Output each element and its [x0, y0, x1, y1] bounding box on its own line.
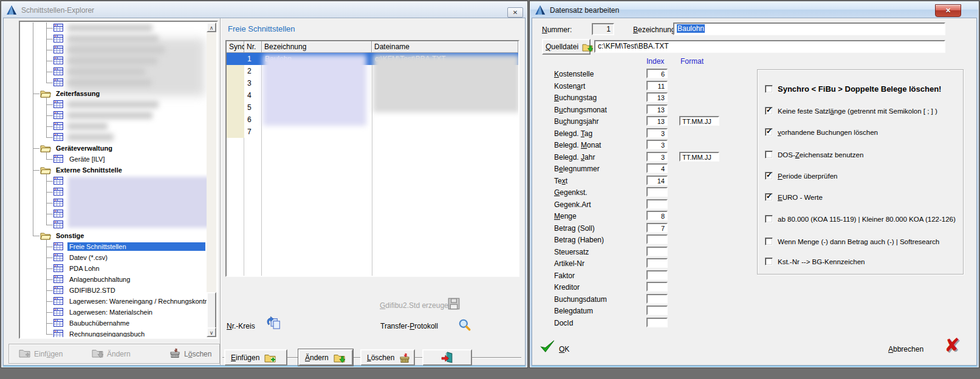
einfuegen-button[interactable]: Einfügen [224, 349, 287, 366]
checkbox-periode-ueberpruefen[interactable]: Periode überprüfen [765, 172, 837, 180]
tree-item-redacted[interactable] [21, 55, 207, 66]
index-input[interactable] [646, 306, 668, 315]
checkbox-keine-feste-satzlaenge[interactable]: Keine feste Satzlänge (getrennt mit Semi… [765, 107, 937, 115]
table-row[interactable]: 7 [227, 126, 518, 138]
tree-item-gdifibu2-std[interactable]: GDIFIBU2.STD [21, 285, 207, 296]
loeschen-button[interactable]: Löschen [360, 349, 415, 366]
format-input[interactable]: TT.MM.JJ [679, 152, 719, 162]
checkbox-ab-80000-koa[interactable]: ab 80.000 (KOA 115-119) | Kleiner 80.000… [765, 215, 956, 223]
index-input[interactable] [646, 318, 668, 327]
einfuegen-button[interactable]: Einfügen [19, 348, 63, 360]
checkbox-icon[interactable] [765, 172, 773, 180]
tree-item-freie-schnittstellen[interactable]: Freie Schnittstellen [21, 241, 207, 252]
column-header-sync[interactable]: Sync [227, 41, 244, 53]
nr-kreis-copy-icon[interactable] [266, 316, 281, 330]
quelldatei-input[interactable]: c:\KFM\Test\BBA.TXT [594, 40, 945, 53]
tree-item-redacted[interactable] [21, 44, 207, 55]
format-input[interactable]: TT.MM.JJ [679, 116, 719, 126]
loeschen-button[interactable]: Löschen [170, 348, 211, 360]
tree-item-datev-csv[interactable]: Datev (*.csv) [21, 252, 207, 263]
checkbox-icon[interactable] [765, 107, 773, 115]
tree-item-redacted[interactable] [21, 208, 207, 219]
checkbox-icon[interactable] [765, 237, 773, 245]
close-icon[interactable]: ✕ [507, 7, 523, 18]
index-input[interactable]: 13 [646, 104, 668, 114]
tree-scrollbar[interactable]: ∧ ∨ [207, 22, 216, 337]
tree-item-lagerwesen-wareneingang[interactable]: Lagerwesen: Wareneingang / Rechnungskont… [21, 296, 207, 307]
tree-item-redacted[interactable] [21, 66, 207, 77]
index-input[interactable]: 7 [646, 223, 668, 233]
tree-item-anlagenbuchhaltung[interactable]: Anlagenbuchhaltung [21, 274, 207, 285]
index-input[interactable]: 13 [646, 92, 668, 102]
tree-item-redacted[interactable] [21, 22, 207, 33]
checkbox-icon[interactable] [765, 128, 773, 136]
scroll-down-icon[interactable]: ∨ [207, 327, 216, 337]
checkbox-icon[interactable] [765, 85, 773, 93]
ok-button[interactable]: OK [559, 345, 569, 353]
close-icon[interactable]: ✕ [935, 4, 961, 17]
index-input[interactable] [646, 270, 668, 280]
checkbox-euro-werte[interactable]: EURO - Werte [765, 193, 823, 201]
tree-folder-sonstige[interactable]: Sonstige [21, 230, 207, 241]
nr-kreis-button[interactable]: Nr.-Kreis [227, 322, 255, 330]
gdifibu-erzeugen-button[interactable]: Gdifibu2.Std erzeugen [380, 301, 452, 310]
tree-item-pda-lohn[interactable]: PDA Lohn [21, 263, 207, 274]
tree-item-lagerwesen-materialschein[interactable]: Lagerwesen: Materialschein [21, 307, 207, 318]
tree-item-rechnungseingangsbuch[interactable]: Rechnungseingangsbuch [21, 329, 207, 337]
checkbox-vorhandene-buchungen-loeschen[interactable]: vorhandene Buchungen löschen [765, 128, 878, 136]
transfer-protokoll-button[interactable]: Transfer-Protokoll [380, 322, 438, 330]
index-input[interactable]: 11 [646, 81, 668, 90]
tree-item-redacted[interactable] [21, 186, 207, 197]
interface-tree[interactable]: Zeiterfassung Geräteverwaltung Geräte [I… [19, 21, 218, 339]
checkbox-icon[interactable] [765, 258, 773, 265]
tree-item-redacted[interactable] [21, 219, 207, 230]
index-input[interactable]: 4 [646, 163, 668, 173]
index-input[interactable]: 3 [646, 152, 668, 162]
tree-item-redacted[interactable] [21, 77, 207, 88]
index-input[interactable]: 3 [646, 128, 668, 138]
index-input[interactable] [646, 234, 668, 244]
titlebar-datensatz-bearbeiten[interactable]: Datensatz bearbeiten [530, 2, 978, 18]
checkbox-wenn-menge-betrag[interactable]: Wenn Menge (-) dann Betrag auch (-) | So… [765, 237, 939, 245]
index-input[interactable]: 13 [646, 116, 668, 126]
abbrechen-button[interactable]: Abbrechen [888, 345, 923, 353]
scrollbar-thumb[interactable] [207, 292, 216, 329]
checkbox-dos-zeichensatz[interactable]: DOS-Zeichensatz benutzen [765, 151, 863, 159]
tree-item-geraete-ilv[interactable]: Geräte [ILV] [21, 154, 207, 165]
tree-item-redacted[interactable] [21, 33, 207, 44]
index-input[interactable]: 8 [646, 211, 668, 220]
tree-item-redacted[interactable] [21, 110, 207, 121]
bezeichnung-input[interactable]: Baulohn [673, 22, 945, 35]
checkbox-icon[interactable] [765, 215, 773, 223]
checkbox-synchro-fibu[interactable]: Synchro < FiBu > Doppelte Belege löschen… [765, 84, 941, 94]
index-input[interactable]: 3 [646, 140, 668, 149]
index-input[interactable]: 14 [646, 176, 668, 185]
tree-folder-geraeteverwaltung[interactable]: Geräteverwaltung [21, 143, 207, 154]
ok-check-icon[interactable] [540, 339, 555, 355]
save-floppy-icon[interactable] [448, 298, 460, 310]
cancel-cross-icon[interactable]: ✘ [944, 336, 960, 355]
index-input[interactable] [646, 282, 668, 292]
aendern-button[interactable]: Ändern [298, 349, 353, 366]
aendern-button[interactable]: Ändern [92, 348, 131, 360]
quelldatei-button[interactable]: Quelldatei [542, 39, 591, 55]
tree-item-baubuchuebernahme[interactable]: Baubuchübernahme [21, 318, 207, 329]
tree-folder-externe-schnittstelle[interactable]: Externe Schnittstelle [21, 165, 207, 176]
checkbox-icon[interactable] [765, 151, 773, 159]
index-input[interactable] [646, 187, 668, 197]
tree-item-redacted[interactable] [21, 99, 207, 110]
column-header-nr[interactable]: Nr. [244, 41, 262, 53]
magnifier-icon[interactable] [458, 318, 471, 332]
checkbox-icon[interactable] [765, 193, 773, 201]
tree-item-redacted[interactable] [21, 132, 207, 143]
tree-folder-zeiterfassung[interactable]: Zeiterfassung [21, 88, 207, 99]
scroll-up-icon[interactable]: ∧ [207, 22, 216, 32]
exit-button[interactable] [422, 349, 472, 366]
index-input[interactable]: 6 [646, 69, 668, 78]
index-input[interactable] [646, 247, 668, 256]
column-header-dateiname[interactable]: Dateiname [372, 41, 518, 53]
tree-item-redacted[interactable] [21, 121, 207, 132]
index-input[interactable] [646, 294, 668, 304]
column-header-bezeichnung[interactable]: Bezeichnung [262, 41, 372, 53]
index-input[interactable] [646, 199, 668, 209]
